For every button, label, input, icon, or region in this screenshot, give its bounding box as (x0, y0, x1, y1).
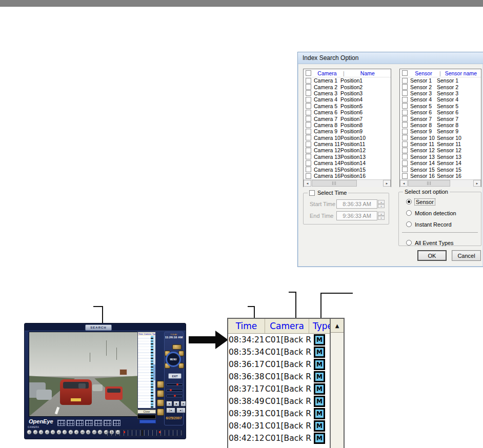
sensor-row[interactable]: Sensor 8Sensor 8 (400, 122, 481, 128)
row-checkbox[interactable] (306, 173, 311, 179)
camera-row[interactable]: Camera 12Position12 (304, 147, 391, 153)
row-checkbox[interactable] (402, 116, 408, 121)
camera-button-8[interactable]: 8 (68, 430, 73, 435)
radio-button[interactable] (406, 221, 412, 227)
time-column-header[interactable]: Time (228, 319, 265, 333)
dvr-event-list-scrollbar[interactable] (153, 336, 155, 408)
dvr-slider[interactable] (166, 389, 183, 392)
dvr-search-button[interactable]: SEARCH (85, 324, 112, 331)
sort-option-sensor[interactable]: Sensor (406, 198, 435, 205)
row-checkbox[interactable] (402, 129, 408, 134)
row-checkbox[interactable] (402, 78, 408, 84)
event-row[interactable]: 08:37:17C01[Back RM (228, 383, 330, 395)
sensor-header-checkbox[interactable] (402, 70, 408, 76)
camera-row[interactable]: Camera 8Position8 (304, 122, 391, 128)
row-checkbox[interactable] (306, 129, 311, 134)
dvr-gold-button[interactable] (172, 344, 182, 350)
scroll-thumb[interactable] (312, 180, 357, 187)
row-checkbox[interactable] (402, 135, 408, 140)
dvr-timeline-slider[interactable] (103, 430, 183, 436)
camera-row[interactable]: Camera 7Position7 (304, 115, 391, 121)
row-checkbox[interactable] (402, 154, 408, 159)
camera-row[interactable]: Camera 10Position10 (304, 135, 391, 141)
sensor-row[interactable]: Sensor 15Sensor 15 (400, 166, 481, 172)
sensor-row[interactable]: Sensor 11Sensor 11 (400, 141, 481, 147)
camera-column-header[interactable]: Camera (265, 319, 309, 333)
camera-button-10[interactable]: 10 (80, 430, 85, 435)
row-checkbox[interactable] (306, 78, 311, 84)
row-checkbox[interactable] (402, 141, 408, 147)
dvr-exit-button[interactable]: EXIT (168, 373, 182, 379)
row-checkbox[interactable] (306, 97, 311, 103)
sort-option-instant-record[interactable]: Instant Record (406, 221, 452, 228)
camera-list-hscrollbar[interactable]: ◄ ► (304, 179, 391, 187)
sensor-row[interactable]: Sensor 14Sensor 14 (400, 160, 481, 166)
row-checkbox[interactable] (306, 160, 311, 166)
row-checkbox[interactable] (306, 154, 311, 159)
row-checkbox[interactable] (402, 90, 408, 96)
row-checkbox[interactable] (402, 97, 408, 103)
cancel-button[interactable]: Cancel (452, 250, 481, 261)
playback-button[interactable]: ■ (173, 401, 179, 406)
row-checkbox[interactable] (402, 160, 408, 166)
dvr-function-button[interactable] (157, 409, 164, 416)
scroll-thumb[interactable] (408, 180, 450, 187)
sensor-row[interactable]: Sensor 9Sensor 9 (400, 128, 481, 134)
sensor-row[interactable]: Sensor 2Sensor 2 (400, 84, 481, 90)
camera-row[interactable]: Camera 1Position1 (304, 77, 391, 84)
sensor-row[interactable]: Sensor 10Sensor 10 (400, 135, 481, 141)
start-time-spinner[interactable]: ▲ ▼ (378, 200, 385, 208)
row-checkbox[interactable] (402, 84, 408, 90)
slider-handle[interactable] (170, 389, 172, 391)
camera-row[interactable]: Camera 13Position13 (304, 154, 391, 160)
camera-button-2[interactable]: 2 (33, 430, 38, 435)
playback-button[interactable]: ◄ (166, 401, 172, 406)
zoomed-list-scrollbar[interactable]: ▲ (330, 319, 344, 448)
screen-layout-icon[interactable] (85, 420, 93, 426)
event-row[interactable]: 08:34:21C01[Back RM (228, 334, 330, 346)
playback-button[interactable]: ► (180, 401, 186, 406)
type-column-header[interactable]: Type (309, 319, 330, 333)
screen-layout-icon[interactable] (94, 420, 102, 426)
radio-button[interactable] (406, 240, 412, 246)
camera-button-13[interactable]: 13 (97, 430, 103, 435)
row-checkbox[interactable] (306, 103, 311, 109)
scroll-left-icon[interactable]: ◄ (400, 180, 408, 187)
radio-button[interactable] (406, 210, 412, 216)
event-row[interactable]: 08:42:12C01[Back RM (228, 432, 330, 444)
dvr-slider[interactable] (166, 395, 183, 397)
sensor-col-header[interactable]: Sensor (408, 70, 439, 76)
radio-button[interactable] (406, 199, 412, 205)
event-row[interactable]: 08:40:31C01[Back RM (228, 420, 330, 432)
scroll-up-icon[interactable]: ▲ (331, 319, 344, 333)
camera-button-3[interactable]: 3 (38, 430, 44, 435)
camera-row[interactable]: Camera 11Position11 (304, 141, 391, 147)
dvr-slider[interactable] (166, 383, 183, 386)
row-checkbox[interactable] (306, 167, 311, 172)
screen-layout-icon[interactable] (104, 420, 111, 426)
camera-button-11[interactable]: 11 (86, 430, 91, 435)
spin-down-icon[interactable]: ▼ (378, 216, 385, 220)
spin-down-icon[interactable]: ▼ (378, 204, 385, 208)
event-row[interactable]: 08:36:17C01[Back RM (228, 358, 330, 371)
dvr-close-button[interactable]: Close (137, 410, 156, 414)
sensor-row[interactable]: Sensor 1Sensor 1 (400, 77, 481, 84)
row-checkbox[interactable] (402, 103, 408, 109)
event-row[interactable]: 08:38:49C01[Back RM (228, 395, 330, 408)
screen-layout-icon[interactable] (113, 420, 120, 426)
dvr-function-button[interactable] (157, 381, 164, 388)
sort-option-all-event-types[interactable]: All Event Types (406, 239, 454, 246)
spin-up-icon[interactable]: ▲ (378, 200, 385, 204)
camera-button-5[interactable]: 5 (50, 430, 55, 435)
row-checkbox[interactable] (306, 122, 311, 128)
sensor-row[interactable]: Sensor 6Sensor 6 (400, 109, 481, 115)
sensor-list-hscrollbar[interactable]: ◄ ► (400, 179, 481, 187)
scroll-left-icon[interactable]: ◄ (304, 180, 311, 187)
row-checkbox[interactable] (402, 148, 408, 153)
camera-button-6[interactable]: 6 (56, 430, 62, 435)
sensor-row[interactable]: Sensor 16Sensor 16 (400, 173, 481, 179)
sensor-row[interactable]: Sensor 7Sensor 7 (400, 115, 481, 121)
event-row[interactable]: 08:35:34C01[Back RM (228, 346, 330, 358)
spin-up-icon[interactable]: ▲ (378, 212, 385, 216)
camera-row[interactable]: Camera 14Position14 (304, 160, 391, 166)
